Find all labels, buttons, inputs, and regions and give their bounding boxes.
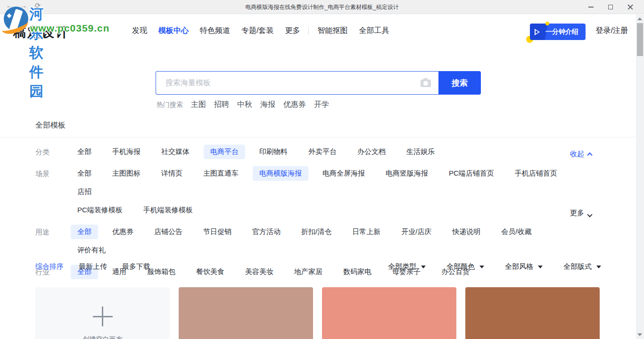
nav-tool-item[interactable]: 全部工具 <box>359 26 389 36</box>
nav-item[interactable]: 模板中心 <box>158 26 189 36</box>
sort-tabs: 综合排序最新上传最多下载 <box>35 262 150 271</box>
search-input[interactable] <box>156 72 438 94</box>
browser-toolbar: ← → ⟳ <box>6 1 41 10</box>
hot-search-list: 主图招聘中秋海报优惠券开学 <box>191 100 329 110</box>
search-button[interactable]: 搜索 <box>438 71 481 95</box>
filter-chip[interactable]: 评价有礼 <box>71 243 112 258</box>
filter-chip[interactable]: 详情页 <box>155 166 189 181</box>
play-icon <box>535 29 540 35</box>
sort-tab[interactable]: 最新上传 <box>79 262 107 271</box>
scroll-down-icon[interactable] <box>637 333 642 336</box>
filter-chip[interactable]: 全部 <box>71 225 98 239</box>
brand-logo[interactable]: 稿定设计 <box>13 24 70 41</box>
nav-item[interactable]: 专题/套装 <box>241 26 273 36</box>
filter-chip[interactable]: 店铺公告 <box>148 225 189 239</box>
title-bar: 电商横版海报在线免费设计制作_电商平台素材模板_稿定设计 <box>0 0 644 14</box>
filter-chip[interactable]: 手机店铺首页 <box>508 166 564 181</box>
filter-chip[interactable]: 社交媒体 <box>155 145 196 159</box>
template-card-thumbnail[interactable] <box>179 287 313 339</box>
filter-chip[interactable]: 全部 <box>71 145 98 159</box>
hot-search-item[interactable]: 海报 <box>260 100 275 110</box>
filter-chip[interactable]: 电商全屏海报 <box>316 166 372 181</box>
hot-search-item[interactable]: 优惠券 <box>283 100 306 110</box>
hot-search-item[interactable]: 主图 <box>191 100 206 110</box>
nav-item[interactable]: 发现 <box>132 26 147 36</box>
filter-chip[interactable]: 全部 <box>71 166 98 181</box>
nav-list: 发现模板中心特色频道专题/套装更多 <box>132 26 300 36</box>
filter-chip[interactable]: 节日促销 <box>197 225 238 239</box>
login-register-link[interactable]: 登录/注册 <box>596 26 628 36</box>
scene-options-line1: 全部主图图标详情页主图直通车电商横版海报电商全屏海报电商竖版海报PC端店铺首页手… <box>71 166 566 199</box>
filter-chip[interactable]: 生活娱乐 <box>400 145 441 159</box>
filter-chip[interactable]: 电商平台 <box>204 145 245 159</box>
filter-chip[interactable]: 日常上新 <box>346 225 387 239</box>
collapse-label: 收起 <box>570 150 584 159</box>
template-card-thumbnail[interactable] <box>322 287 456 339</box>
close-button[interactable] <box>620 0 640 14</box>
hot-search-item[interactable]: 开学 <box>314 100 329 110</box>
search-bar: 搜索 <box>156 71 481 95</box>
filter-chip[interactable]: 印刷物料 <box>253 145 294 159</box>
close-icon <box>627 4 633 10</box>
intro-button-area: 一分钟介绍 <box>530 24 586 40</box>
filter-chip[interactable]: 会员/收藏 <box>495 225 538 239</box>
filter-chip[interactable]: 手机海报 <box>106 145 147 159</box>
scene-options-line2: PC端装修模板手机端装修模板 <box>71 203 566 218</box>
filter-chip[interactable]: 主图图标 <box>106 166 147 181</box>
minimize-button[interactable] <box>581 0 601 14</box>
filter-chip[interactable]: 官方活动 <box>246 225 287 239</box>
filter-chip[interactable]: 主图直通车 <box>197 166 245 181</box>
create-canvas-label: 创建空白画布 <box>83 335 123 339</box>
scrollbar-thumb[interactable] <box>637 23 643 56</box>
filter-row-category: 分类 全部手机海报社交媒体电商平台印刷物料外卖平台办公文档生活娱乐 <box>0 145 636 159</box>
filter-dropdown[interactable]: 全部风格 <box>505 262 543 271</box>
filter-label: 用途 <box>35 225 71 237</box>
filter-label: 场景 <box>35 166 71 178</box>
page-title: 全部模板 <box>35 121 66 130</box>
sort-tab[interactable]: 综合排序 <box>35 262 64 271</box>
header: 稿定设计 发现模板中心特色频道专题/套装更多 智能抠图全部工具 一分钟介绍 登录… <box>0 15 644 47</box>
caret-down-icon <box>538 266 543 268</box>
nav-tool-item[interactable]: 智能抠图 <box>317 26 347 36</box>
filter-chip[interactable]: 电商横版海报 <box>253 166 308 181</box>
scroll-up-icon[interactable] <box>637 17 642 20</box>
filter-chip[interactable]: PC端店铺首页 <box>442 166 501 181</box>
nav-item[interactable]: 特色频道 <box>200 26 230 36</box>
filter-chip[interactable]: 开业/店庆 <box>395 225 438 239</box>
purpose-options: 全部优惠券店铺公告节日促销官方活动折扣/清仓日常上新开业/店庆快递说明会员/收藏… <box>71 225 566 258</box>
sort-tab[interactable]: 最多下载 <box>122 262 150 271</box>
filter-chip[interactable]: 快递说明 <box>446 225 487 239</box>
hot-search-item[interactable]: 中秋 <box>237 100 252 110</box>
filter-row-scene: 场景 全部主图图标详情页主图直通车电商横版海报电商全屏海报电商竖版海报PC端店铺… <box>0 166 636 218</box>
filter-chip[interactable]: 电商竖版海报 <box>379 166 435 181</box>
maximize-button[interactable] <box>601 0 620 14</box>
filter-chip[interactable]: 办公文档 <box>351 145 392 159</box>
filter-chip[interactable]: 外卖平台 <box>302 145 343 159</box>
one-minute-intro-button[interactable]: 一分钟介绍 <box>530 24 586 40</box>
filter-chip[interactable]: 折扣/清仓 <box>295 225 338 239</box>
caret-down-icon <box>421 266 426 268</box>
back-icon[interactable]: ← <box>6 1 13 10</box>
search-box <box>156 71 438 95</box>
sort-dropdowns: 全部类型 全部颜色 全部风格 全部版式 <box>388 262 601 271</box>
collapse-link[interactable]: 收起 <box>570 150 592 159</box>
forward-icon[interactable]: → <box>20 1 27 10</box>
filter-dropdown[interactable]: 全部类型 <box>388 262 426 271</box>
caret-down-icon <box>596 266 601 268</box>
filter-chip[interactable]: 优惠券 <box>106 225 140 239</box>
filter-label: 分类 <box>35 145 71 157</box>
filter-dropdown[interactable]: 全部颜色 <box>446 262 484 271</box>
hot-search-item[interactable]: 招聘 <box>214 100 229 110</box>
camera-icon[interactable] <box>421 80 431 87</box>
filter-chip[interactable]: 店招 <box>71 185 98 199</box>
nav-item[interactable]: 更多 <box>285 26 300 36</box>
more-link[interactable]: 更多 <box>570 209 592 218</box>
filter-chip[interactable]: 手机端装修模板 <box>137 203 199 218</box>
dropdown-label: 全部风格 <box>505 262 533 271</box>
template-card-thumbnail[interactable] <box>465 287 600 339</box>
filter-chip[interactable]: PC端装修模板 <box>71 203 129 218</box>
create-blank-canvas-card[interactable]: 创建空白画布 <box>35 287 170 339</box>
filter-dropdown[interactable]: 全部版式 <box>563 262 601 271</box>
refresh-icon[interactable]: ⟳ <box>34 1 41 10</box>
filter-row-purpose: 用途 全部优惠券店铺公告节日促销官方活动折扣/清仓日常上新开业/店庆快递说明会员… <box>0 225 636 258</box>
